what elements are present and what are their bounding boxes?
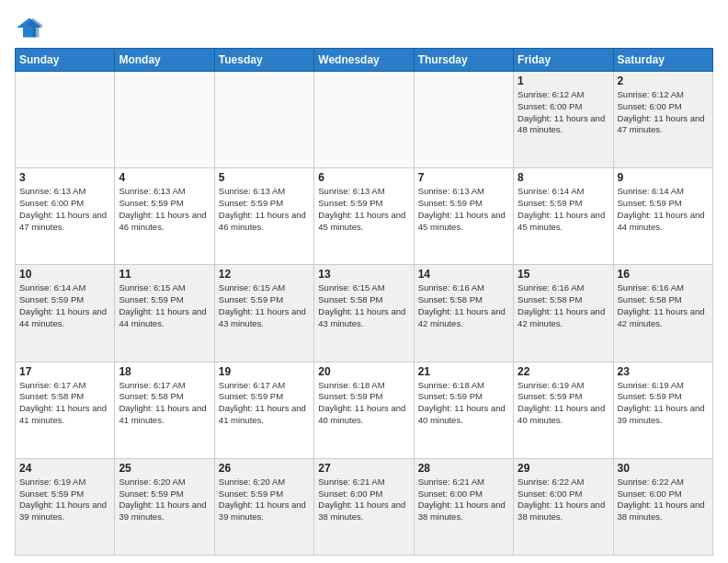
day-number: 19 <box>219 365 310 378</box>
day-number: 26 <box>219 462 310 475</box>
day-info: Sunrise: 6:19 AM Sunset: 5:59 PM Dayligh… <box>618 380 709 427</box>
day-number: 14 <box>418 268 509 281</box>
calendar-week-4: 24Sunrise: 6:19 AM Sunset: 5:59 PM Dayli… <box>16 458 713 555</box>
day-info: Sunrise: 6:13 AM Sunset: 5:59 PM Dayligh… <box>318 186 409 233</box>
day-info: Sunrise: 6:12 AM Sunset: 6:00 PM Dayligh… <box>618 89 709 136</box>
calendar-cell: 14Sunrise: 6:16 AM Sunset: 5:58 PM Dayli… <box>414 265 513 362</box>
calendar-cell: 22Sunrise: 6:19 AM Sunset: 5:59 PM Dayli… <box>514 362 613 458</box>
calendar-cell: 27Sunrise: 6:21 AM Sunset: 6:00 PM Dayli… <box>314 458 414 555</box>
calendar-cell: 20Sunrise: 6:18 AM Sunset: 5:59 PM Dayli… <box>314 362 414 458</box>
day-number: 1 <box>518 75 609 87</box>
day-info: Sunrise: 6:14 AM Sunset: 5:59 PM Dayligh… <box>518 186 609 233</box>
calendar-cell: 10Sunrise: 6:14 AM Sunset: 5:59 PM Dayli… <box>16 265 115 362</box>
calendar-cell: 28Sunrise: 6:21 AM Sunset: 6:00 PM Dayli… <box>414 458 513 555</box>
day-number: 24 <box>19 462 110 475</box>
day-number: 3 <box>19 171 110 184</box>
day-number: 11 <box>119 268 210 281</box>
day-number: 28 <box>418 462 509 475</box>
day-number: 30 <box>618 462 709 475</box>
day-number: 9 <box>618 171 709 184</box>
calendar-cell: 29Sunrise: 6:22 AM Sunset: 6:00 PM Dayli… <box>514 458 613 555</box>
calendar-header-row: SundayMondayTuesdayWednesdayThursdayFrid… <box>16 49 713 72</box>
day-number: 10 <box>19 268 110 281</box>
day-info: Sunrise: 6:15 AM Sunset: 5:59 PM Dayligh… <box>119 282 210 329</box>
calendar-header-sunday: Sunday <box>16 49 115 72</box>
day-info: Sunrise: 6:19 AM Sunset: 5:59 PM Dayligh… <box>19 477 110 523</box>
calendar-week-1: 3Sunrise: 6:13 AM Sunset: 6:00 PM Daylig… <box>16 168 713 265</box>
calendar-cell <box>314 72 414 168</box>
day-info: Sunrise: 6:20 AM Sunset: 5:59 PM Dayligh… <box>119 477 210 523</box>
calendar-header-saturday: Saturday <box>613 49 712 72</box>
day-info: Sunrise: 6:13 AM Sunset: 5:59 PM Dayligh… <box>219 186 310 233</box>
day-info: Sunrise: 6:16 AM Sunset: 5:58 PM Dayligh… <box>618 282 709 329</box>
day-number: 4 <box>119 171 210 184</box>
calendar-cell <box>414 72 513 168</box>
day-info: Sunrise: 6:21 AM Sunset: 6:00 PM Dayligh… <box>318 477 409 523</box>
calendar-cell: 17Sunrise: 6:17 AM Sunset: 5:58 PM Dayli… <box>16 362 115 458</box>
calendar-header-tuesday: Tuesday <box>214 49 313 72</box>
calendar-header-monday: Monday <box>115 49 214 72</box>
calendar-cell: 24Sunrise: 6:19 AM Sunset: 5:59 PM Dayli… <box>16 458 115 555</box>
day-number: 27 <box>318 462 409 475</box>
day-info: Sunrise: 6:17 AM Sunset: 5:58 PM Dayligh… <box>119 380 210 427</box>
logo-icon <box>15 15 44 40</box>
logo <box>15 15 48 40</box>
calendar-cell: 4Sunrise: 6:13 AM Sunset: 5:59 PM Daylig… <box>115 168 214 265</box>
day-number: 17 <box>19 365 110 378</box>
calendar-cell <box>16 72 115 168</box>
day-info: Sunrise: 6:21 AM Sunset: 6:00 PM Dayligh… <box>418 477 509 523</box>
calendar-cell: 11Sunrise: 6:15 AM Sunset: 5:59 PM Dayli… <box>115 265 214 362</box>
day-info: Sunrise: 6:20 AM Sunset: 5:59 PM Dayligh… <box>219 477 310 523</box>
calendar-cell: 13Sunrise: 6:15 AM Sunset: 5:58 PM Dayli… <box>314 265 414 362</box>
calendar-cell: 26Sunrise: 6:20 AM Sunset: 5:59 PM Dayli… <box>214 458 313 555</box>
calendar-header-wednesday: Wednesday <box>314 49 414 72</box>
day-number: 18 <box>119 365 210 378</box>
day-info: Sunrise: 6:17 AM Sunset: 5:59 PM Dayligh… <box>219 380 310 427</box>
day-number: 2 <box>618 75 709 87</box>
day-number: 5 <box>219 171 310 184</box>
day-number: 8 <box>518 171 609 184</box>
day-number: 29 <box>518 462 609 475</box>
day-info: Sunrise: 6:13 AM Sunset: 5:59 PM Dayligh… <box>418 186 509 233</box>
day-info: Sunrise: 6:18 AM Sunset: 5:59 PM Dayligh… <box>318 380 409 427</box>
calendar-cell: 23Sunrise: 6:19 AM Sunset: 5:59 PM Dayli… <box>613 362 712 458</box>
calendar-cell: 9Sunrise: 6:14 AM Sunset: 5:59 PM Daylig… <box>613 168 712 265</box>
day-number: 7 <box>418 171 509 184</box>
day-info: Sunrise: 6:17 AM Sunset: 5:58 PM Dayligh… <box>19 380 110 427</box>
calendar-cell: 25Sunrise: 6:20 AM Sunset: 5:59 PM Dayli… <box>115 458 214 555</box>
calendar-cell: 5Sunrise: 6:13 AM Sunset: 5:59 PM Daylig… <box>214 168 313 265</box>
calendar-cell <box>214 72 313 168</box>
day-info: Sunrise: 6:13 AM Sunset: 6:00 PM Dayligh… <box>19 186 110 233</box>
calendar-cell: 6Sunrise: 6:13 AM Sunset: 5:59 PM Daylig… <box>314 168 414 265</box>
calendar-table: SundayMondayTuesdayWednesdayThursdayFrid… <box>15 48 713 556</box>
day-info: Sunrise: 6:19 AM Sunset: 5:59 PM Dayligh… <box>518 380 609 427</box>
day-info: Sunrise: 6:22 AM Sunset: 6:00 PM Dayligh… <box>518 477 609 523</box>
calendar-cell: 7Sunrise: 6:13 AM Sunset: 5:59 PM Daylig… <box>414 168 513 265</box>
day-info: Sunrise: 6:14 AM Sunset: 5:59 PM Dayligh… <box>19 282 110 329</box>
day-info: Sunrise: 6:15 AM Sunset: 5:59 PM Dayligh… <box>219 282 310 329</box>
calendar-header-thursday: Thursday <box>414 49 513 72</box>
calendar-week-2: 10Sunrise: 6:14 AM Sunset: 5:59 PM Dayli… <box>16 265 713 362</box>
calendar-week-3: 17Sunrise: 6:17 AM Sunset: 5:58 PM Dayli… <box>16 362 713 458</box>
day-number: 16 <box>618 268 709 281</box>
calendar-cell: 18Sunrise: 6:17 AM Sunset: 5:58 PM Dayli… <box>115 362 214 458</box>
day-info: Sunrise: 6:22 AM Sunset: 6:00 PM Dayligh… <box>618 477 709 523</box>
day-number: 21 <box>418 365 509 378</box>
day-info: Sunrise: 6:13 AM Sunset: 5:59 PM Dayligh… <box>119 186 210 233</box>
calendar-cell: 16Sunrise: 6:16 AM Sunset: 5:58 PM Dayli… <box>613 265 712 362</box>
calendar-header-friday: Friday <box>514 49 613 72</box>
day-info: Sunrise: 6:15 AM Sunset: 5:58 PM Dayligh… <box>318 282 409 329</box>
day-number: 13 <box>318 268 409 281</box>
day-number: 23 <box>618 365 709 378</box>
day-info: Sunrise: 6:14 AM Sunset: 5:59 PM Dayligh… <box>618 186 709 233</box>
calendar-cell: 3Sunrise: 6:13 AM Sunset: 6:00 PM Daylig… <box>16 168 115 265</box>
day-info: Sunrise: 6:18 AM Sunset: 5:59 PM Dayligh… <box>418 380 509 427</box>
calendar-cell: 30Sunrise: 6:22 AM Sunset: 6:00 PM Dayli… <box>613 458 712 555</box>
day-info: Sunrise: 6:12 AM Sunset: 6:00 PM Dayligh… <box>518 89 609 136</box>
day-info: Sunrise: 6:16 AM Sunset: 5:58 PM Dayligh… <box>518 282 609 329</box>
calendar-cell: 12Sunrise: 6:15 AM Sunset: 5:59 PM Dayli… <box>214 265 313 362</box>
calendar-cell: 8Sunrise: 6:14 AM Sunset: 5:59 PM Daylig… <box>514 168 613 265</box>
calendar-cell: 15Sunrise: 6:16 AM Sunset: 5:58 PM Dayli… <box>514 265 613 362</box>
day-number: 20 <box>318 365 409 378</box>
day-number: 22 <box>518 365 609 378</box>
